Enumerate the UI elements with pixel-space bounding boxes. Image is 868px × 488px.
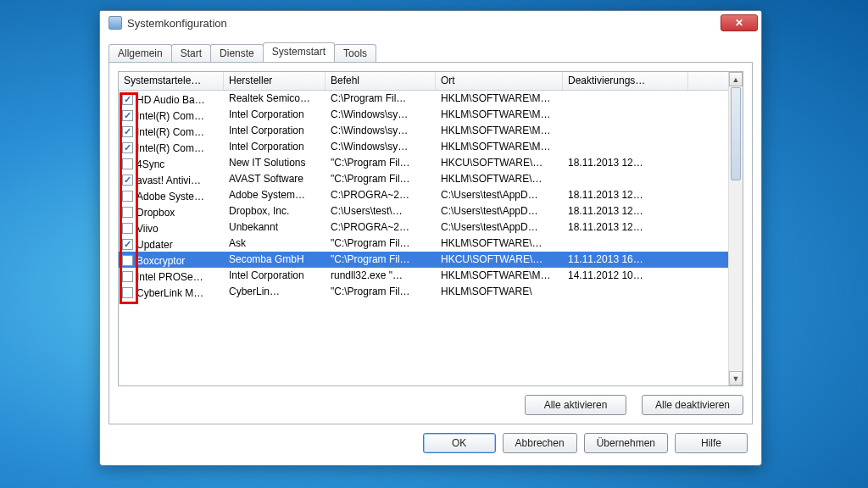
tab-allgemein[interactable]: Allgemein bbox=[108, 44, 172, 63]
cell-loc: HKLM\SOFTWARE\M… bbox=[436, 123, 563, 139]
cell-cmd: "C:\Program Fil… bbox=[326, 171, 436, 187]
cell-date bbox=[563, 123, 688, 139]
disable-all-button[interactable]: Alle deaktivieren bbox=[642, 395, 743, 415]
table-row[interactable]: ViivoUnbekanntC:\PROGRA~2…C:\Users\test\… bbox=[119, 219, 728, 236]
app-icon bbox=[108, 16, 122, 30]
cell-cmd: C:\Windows\sy… bbox=[326, 123, 436, 139]
cell-cmd: C:\Program Fil… bbox=[326, 91, 436, 107]
col-befehl[interactable]: Befehl bbox=[326, 72, 436, 90]
cell-date: 18.11.2013 12… bbox=[563, 187, 688, 203]
startup-item-name: HD Audio Ba… bbox=[136, 94, 205, 106]
col-hersteller[interactable]: Hersteller bbox=[224, 72, 326, 90]
cell-vendor: Dropbox, Inc. bbox=[224, 203, 326, 219]
cell-cmd: "C:\Program Fil… bbox=[326, 236, 436, 252]
ok-button[interactable]: OK bbox=[423, 433, 496, 453]
table-row[interactable]: avast! Antivi…AVAST Software"C:\Program … bbox=[119, 171, 728, 187]
col-ort[interactable]: Ort bbox=[436, 72, 563, 90]
close-icon: ✕ bbox=[735, 18, 743, 28]
titlebar[interactable]: Systemkonfiguration ✕ bbox=[100, 11, 761, 35]
cell-cmd: C:\Windows\sy… bbox=[326, 107, 436, 123]
scroll-thumb[interactable] bbox=[731, 87, 741, 180]
msconfig-window: Systemkonfiguration ✕ Allgemein Start Di… bbox=[99, 10, 762, 466]
startup-item-name: Intel PROSe… bbox=[136, 271, 203, 283]
cell-loc: HKLM\SOFTWARE\ bbox=[436, 284, 563, 300]
startup-item-name: Viivo bbox=[136, 223, 159, 235]
cell-loc: HKCU\SOFTWARE\… bbox=[436, 252, 563, 268]
col-systemstart[interactable]: Systemstartele… bbox=[119, 72, 224, 90]
cell-loc: C:\Users\test\AppD… bbox=[436, 187, 563, 203]
table-row[interactable]: 4SyncNew IT Solutions"C:\Program Fil…HKC… bbox=[119, 155, 728, 171]
table-row[interactable]: Intel(R) Com…Intel CorporationC:\Windows… bbox=[119, 123, 728, 139]
cell-loc: HKLM\SOFTWARE\M… bbox=[436, 107, 563, 123]
startup-item-name: CyberLink M… bbox=[136, 287, 203, 299]
cell-cmd: "C:\Program Fil… bbox=[326, 155, 436, 171]
cell-loc: HKLM\SOFTWARE\… bbox=[436, 171, 563, 187]
apply-button[interactable]: Übernehmen bbox=[584, 433, 668, 453]
cell-date: 18.11.2013 12… bbox=[563, 219, 688, 236]
cell-vendor: Unbekannt bbox=[224, 219, 326, 236]
cell-date bbox=[563, 139, 688, 155]
startup-item-name: Intel(R) Com… bbox=[136, 142, 204, 154]
vertical-scrollbar[interactable]: ▲ ▼ bbox=[728, 72, 743, 385]
cell-vendor: Adobe System… bbox=[224, 187, 326, 203]
cancel-button[interactable]: Abbrechen bbox=[503, 433, 577, 453]
scroll-down-button[interactable]: ▼ bbox=[729, 371, 743, 385]
listview-header[interactable]: Systemstartele… Hersteller Befehl Ort De… bbox=[119, 72, 743, 91]
cell-date: 18.11.2013 12… bbox=[563, 155, 688, 171]
cell-vendor: Intel Corporation bbox=[224, 268, 326, 284]
startup-item-name: avast! Antivi… bbox=[136, 175, 201, 186]
cell-cmd: C:\PROGRA~2… bbox=[326, 187, 436, 203]
startup-item-name: Boxcryptor bbox=[136, 255, 185, 267]
help-button[interactable]: Hilfe bbox=[675, 433, 748, 453]
cell-cmd: "C:\Program Fil… bbox=[326, 284, 436, 300]
cell-loc: HKCU\SOFTWARE\… bbox=[436, 155, 563, 171]
tab-bar: Allgemein Start Dienste Systemstart Tool… bbox=[100, 35, 761, 62]
cell-vendor: Intel Corporation bbox=[224, 139, 326, 155]
cell-vendor: Realtek Semico… bbox=[224, 91, 326, 107]
startup-item-name: Intel(R) Com… bbox=[136, 126, 204, 138]
cell-date bbox=[563, 91, 688, 107]
cell-loc: C:\Users\test\AppD… bbox=[436, 203, 563, 219]
list-buttons: Alle aktivieren Alle deaktivieren bbox=[118, 395, 743, 415]
listview-rows: HD Audio Ba…Realtek Semico…C:\Program Fi… bbox=[119, 91, 728, 385]
col-deaktivierung[interactable]: Deaktivierungs… bbox=[563, 72, 688, 90]
cell-date: 11.11.2013 16… bbox=[563, 252, 688, 268]
cell-vendor: AVAST Software bbox=[224, 171, 326, 187]
dialog-buttons: OK Abbrechen Übernehmen Hilfe bbox=[100, 433, 761, 465]
cell-vendor: CyberLin… bbox=[224, 284, 326, 300]
close-button[interactable]: ✕ bbox=[721, 14, 758, 31]
cell-vendor: Ask bbox=[224, 236, 326, 252]
table-row[interactable]: DropboxDropbox, Inc.C:\Users\test\…C:\Us… bbox=[119, 203, 728, 219]
cell-cmd: rundll32.exe "… bbox=[326, 268, 436, 284]
table-row[interactable]: Adobe Syste…Adobe System…C:\PROGRA~2…C:\… bbox=[119, 187, 728, 203]
tab-content: Systemstartele… Hersteller Befehl Ort De… bbox=[108, 62, 753, 424]
table-row[interactable]: Intel PROSe…Intel Corporationrundll32.ex… bbox=[119, 268, 728, 284]
scroll-up-button[interactable]: ▲ bbox=[729, 72, 743, 86]
tab-start[interactable]: Start bbox=[171, 44, 211, 63]
table-row[interactable]: CyberLink M…CyberLin…"C:\Program Fil…HKL… bbox=[119, 284, 728, 300]
startup-item-name: Dropbox bbox=[136, 207, 175, 219]
cell-cmd: C:\Users\test\… bbox=[326, 203, 436, 219]
tab-tools[interactable]: Tools bbox=[334, 44, 376, 63]
cell-vendor: Intel Corporation bbox=[224, 107, 326, 123]
startup-item-name: Adobe Syste… bbox=[136, 191, 204, 202]
tab-systemstart[interactable]: Systemstart bbox=[263, 42, 335, 62]
tab-dienste[interactable]: Dienste bbox=[210, 44, 264, 63]
cell-loc: HKLM\SOFTWARE\M… bbox=[436, 139, 563, 155]
startup-listview[interactable]: Systemstartele… Hersteller Befehl Ort De… bbox=[118, 71, 743, 386]
cell-vendor: Secomba GmbH bbox=[224, 252, 326, 268]
cell-loc: HKLM\SOFTWARE\… bbox=[436, 236, 563, 252]
enable-all-button[interactable]: Alle aktivieren bbox=[525, 395, 626, 415]
table-row[interactable]: BoxcryptorSecomba GmbH"C:\Program Fil…HK… bbox=[119, 252, 728, 268]
window-title: Systemkonfiguration bbox=[127, 17, 721, 30]
table-row[interactable]: Intel(R) Com…Intel CorporationC:\Windows… bbox=[119, 139, 728, 155]
cell-date bbox=[563, 107, 688, 123]
annotation-highlight bbox=[120, 92, 138, 304]
table-row[interactable]: Intel(R) Com…Intel CorporationC:\Windows… bbox=[119, 107, 728, 123]
cell-cmd: C:\Windows\sy… bbox=[326, 139, 436, 155]
startup-item-name: 4Sync bbox=[136, 158, 164, 170]
cell-vendor: Intel Corporation bbox=[224, 123, 326, 139]
table-row[interactable]: HD Audio Ba…Realtek Semico…C:\Program Fi… bbox=[119, 91, 728, 107]
cell-date: 18.11.2013 12… bbox=[563, 203, 688, 219]
table-row[interactable]: UpdaterAsk"C:\Program Fil…HKLM\SOFTWARE\… bbox=[119, 236, 728, 252]
